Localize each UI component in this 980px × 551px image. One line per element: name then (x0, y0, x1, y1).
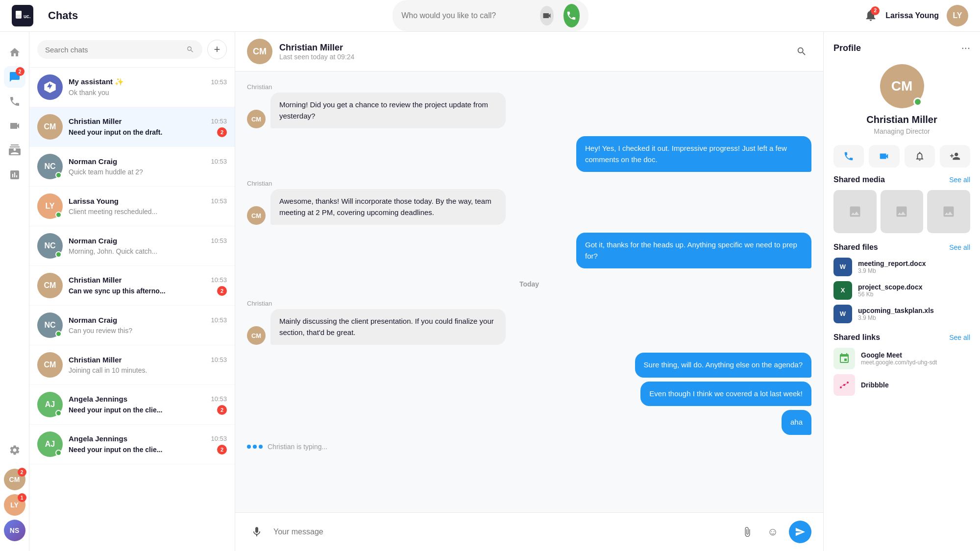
chat-item-1[interactable]: CM Christian Miller 10:53 Need your inpu… (29, 107, 235, 147)
unread-badge: 2 (217, 127, 227, 137)
media-thumb-1[interactable] (833, 190, 877, 233)
chat-preview: Can we sync up this afterno... (69, 287, 166, 295)
chat-item-4[interactable]: NC Norman Craig 10:53 Morning, John. Qui… (29, 226, 235, 266)
chat-name: Christian Miller (69, 356, 122, 364)
sidebar-avatar-ly[interactable]: LY 1 (4, 494, 25, 516)
profile-add-button[interactable] (940, 145, 970, 168)
file-info: project_scope.docx 56 Kb (858, 283, 970, 298)
shared-links-header: Shared links See all (833, 333, 970, 342)
message-group-1: Christian CM Morning! Did you get a chan… (247, 83, 811, 128)
profile-video-button[interactable] (869, 145, 899, 168)
message-avatar: CM (247, 110, 266, 128)
file-item-3[interactable]: W upcoming_taskplan.xls 3.9 Mb (833, 305, 970, 323)
see-all-media-button[interactable]: See all (949, 176, 970, 184)
sidebar-item-calls[interactable] (4, 91, 25, 112)
file-item-1[interactable]: W meeting_report.docx 3.9 Mb (833, 258, 970, 276)
chat-header-info: Christian Miller Last seen today at 09:2… (279, 43, 792, 61)
mic-button[interactable] (247, 522, 267, 542)
chat-info: Angela Jennings 10:53 Need your input on… (69, 434, 227, 455)
profile-panel: Profile ··· CM Christian Miller Managing… (823, 32, 980, 551)
profile-more-button[interactable]: ··· (961, 42, 970, 54)
send-button[interactable] (789, 521, 811, 543)
sidebar-item-video[interactable] (4, 115, 25, 137)
profile-mute-button[interactable] (905, 145, 935, 168)
see-all-files-button[interactable]: See all (949, 243, 970, 251)
chat-item-3[interactable]: LY Larissa Young 10:53 Client meeting re… (29, 187, 235, 226)
sidebar-avatar-ns[interactable]: NS (4, 520, 25, 541)
sidebar-item-chats[interactable]: 2 (4, 66, 25, 88)
call-search-input[interactable] (401, 11, 526, 20)
file-name: upcoming_taskplan.xls (858, 307, 970, 314)
emoji-button[interactable]: ☺ (763, 523, 782, 541)
notifications-button[interactable]: 2 (864, 8, 878, 24)
add-chat-button[interactable]: + (207, 40, 227, 59)
online-dot (55, 251, 62, 258)
chat-list-panel: + My assistant ✨ 10:53 Ok thank you CM (29, 32, 235, 551)
video-action-icon (879, 151, 889, 162)
chat-time: 10:53 (211, 158, 227, 165)
link-item-2[interactable]: Dribbble (833, 374, 970, 396)
chat-item-8[interactable]: AJ Angela Jennings 10:53 Need your input… (29, 385, 235, 425)
profile-name: Christian Miller (866, 114, 937, 125)
chat-info: My assistant ✨ 10:53 Ok thank you (69, 77, 227, 97)
link-name: Dribbble (861, 381, 970, 389)
chat-search-button[interactable] (792, 42, 811, 61)
message-row: CM Mainly discussing the client presenta… (247, 309, 811, 345)
sidebar-item-settings[interactable] (4, 439, 25, 461)
chat-item-6[interactable]: NC Norman Craig 10:53 Can you review thi… (29, 306, 235, 345)
topbar-right: 2 Larissa Young LY (864, 5, 968, 26)
typing-indicator: Christian is typing... (247, 443, 811, 451)
chat-name: Angela Jennings (69, 395, 127, 403)
message-bubble: Got it, thanks for the heads up. Anythin… (576, 233, 811, 268)
sidebar-avatar-cm[interactable]: CM 2 (4, 469, 25, 490)
sidebar-item-stats[interactable] (4, 164, 25, 186)
online-dot (55, 450, 62, 456)
chat-time: 10:53 (211, 395, 227, 403)
message-row: CM Awesome, thanks! Will incorporate tho… (247, 189, 811, 225)
gear-icon (9, 444, 21, 456)
see-all-links-button[interactable]: See all (949, 334, 970, 341)
chat-preview: Can you review this? (69, 327, 132, 335)
file-item-2[interactable]: X project_scope.docx 56 Kb (833, 281, 970, 300)
chat-info: Christian Miller 10:53 Joining call in 1… (69, 356, 227, 375)
media-thumb-2[interactable] (881, 190, 924, 233)
chat-info: Christian Miller 10:53 Need your input o… (69, 117, 227, 137)
search-input[interactable] (45, 46, 182, 54)
link-url: meet.google.com/tyd-uhg-sdt (861, 359, 959, 366)
phone-action-icon (843, 151, 854, 162)
message-bubble: Mainly discussing the client presentatio… (270, 309, 506, 345)
chat-item-7[interactable]: CM Christian Miller 10:53 Joining call i… (29, 345, 235, 385)
mute-action-icon (914, 151, 925, 162)
logo-icon: uc. (12, 5, 33, 26)
attach-button[interactable] (738, 523, 757, 541)
chat-item-ai[interactable]: My assistant ✨ 10:53 Ok thank you (29, 68, 235, 107)
message-row: Sure thing, will do. Anything else on th… (635, 353, 811, 378)
link-info: Google Meet meet.google.com/tyd-uhg-sdt (861, 351, 970, 366)
file-size: 3.9 Mb (858, 314, 970, 321)
chat-preview: Need your input on the draft. (69, 128, 162, 136)
link-item-1[interactable]: Google Meet meet.google.com/tyd-uhg-sdt (833, 348, 970, 369)
message-avatar: CM (247, 206, 266, 225)
media-thumb-3[interactable] (927, 190, 970, 233)
chat-item-5[interactable]: CM Christian Miller 10:53 Can we sync up… (29, 266, 235, 306)
video-call-button[interactable] (540, 6, 554, 25)
chat-item-2[interactable]: NC Norman Craig 10:53 Quick team huddle … (29, 147, 235, 187)
chat-preview: Need your input on the clie... (69, 406, 162, 414)
message-bubble: Hey! Yes, I checked it out. Impressive p… (576, 136, 811, 172)
chat-info: Norman Craig 10:53 Quick team huddle at … (69, 157, 227, 176)
link-thumb (833, 348, 855, 369)
message-input[interactable] (273, 527, 731, 536)
notification-badge: 2 (871, 6, 880, 15)
excel-file-icon: X (833, 281, 852, 300)
topbar: uc. Chats 2 Larissa Young LY (0, 0, 980, 32)
chat-item-9[interactable]: AJ Angela Jennings 10:53 Need your input… (29, 425, 235, 464)
message-bubble: Even though I think we covered a lot las… (640, 382, 811, 407)
phone-call-button[interactable] (564, 4, 580, 27)
link-list: Google Meet meet.google.com/tyd-uhg-sdt … (833, 348, 970, 396)
profile-call-button[interactable] (833, 145, 864, 168)
sidebar-item-contacts[interactable] (4, 140, 25, 161)
sidebar-item-home[interactable] (4, 42, 25, 63)
shared-links-title: Shared links (833, 333, 880, 342)
chat-preview: Joining call in 10 minutes. (69, 366, 147, 374)
send-icon (795, 527, 806, 537)
